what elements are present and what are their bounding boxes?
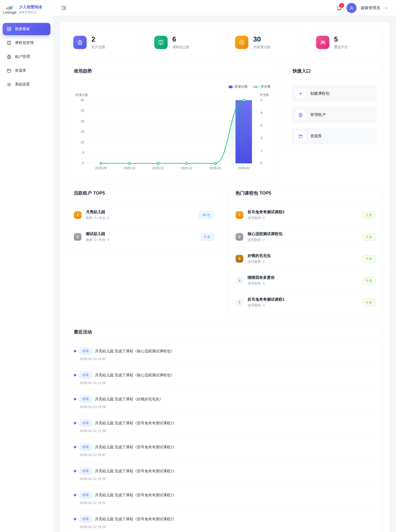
- legend-label: 学生数: [261, 84, 271, 89]
- activity-line: 授课月亮幼儿园 完成了课程《折耳兔奇奇测试课程1》: [74, 468, 375, 474]
- count-badge: 0 次: [363, 299, 375, 306]
- activity-dot: [74, 374, 76, 376]
- avatar[interactable]: [346, 3, 357, 13]
- activity-line: 授课月亮幼儿园 完成了课程《折耳兔奇奇测试课程2》: [74, 516, 375, 522]
- rank-badge: 3: [236, 255, 243, 263]
- chevron-down-icon[interactable]: [384, 6, 389, 10]
- activity-dot: [74, 422, 76, 424]
- activity-type-badge: 授课: [80, 420, 91, 426]
- content: 2租户总数6课程包总数30月授课次数5覆盖学生 使用趋势 授课次数学生数 051…: [53, 16, 396, 532]
- sidebar-item-building[interactable]: 租户管理: [3, 51, 50, 63]
- chart-legend: 授课次数学生数: [74, 84, 271, 90]
- main-area: 5 超级管理员 2租户总数6课程包总数30月授课次数5覆盖学生 使用趋势 授课次…: [53, 0, 396, 532]
- svg-text:2026-01: 2026-01: [209, 166, 221, 170]
- quick-entry-folder[interactable]: 资源库: [292, 128, 377, 144]
- sidebar-collapse-icon[interactable]: [61, 5, 67, 11]
- legend-bar-swatch: [229, 86, 233, 88]
- item-info: 折耳兔奇奇测试课程2使用教师: 0: [248, 209, 358, 220]
- usage-trend-card: 使用趋势 授课次数学生数 051015202530012345授课次数学生数20…: [66, 63, 278, 179]
- activity-item: 授课月亮幼儿园 完成了课程《好饿的毛毛虫》2026-02-23 20:06: [74, 390, 375, 414]
- rank-badge: 1: [74, 211, 82, 219]
- user-name[interactable]: 超级管理员: [361, 5, 380, 10]
- sidebar-item-gear[interactable]: 系统设置: [3, 78, 50, 91]
- quick-entry-building[interactable]: 管理租户: [292, 107, 377, 123]
- quick-entry-list: 创建课程包管理租户资源库: [285, 79, 383, 150]
- recent-activity-card: 最近活动 授课月亮幼儿园 完成了课程《核心流程测试课程包》2026-02-24 …: [66, 324, 383, 532]
- active-tenants-title: 活跃租户 TOP5: [66, 185, 221, 201]
- legend-item-line[interactable]: 学生数: [253, 84, 271, 89]
- person-icon: [349, 5, 354, 11]
- item-sub: 使用教师: 0: [248, 260, 358, 264]
- notification-bell[interactable]: 5: [336, 5, 342, 11]
- list-item: 1月亮幼儿园教师: 0 | 学生: 030 次: [74, 204, 214, 226]
- activity-time: 2026-02-24 11:06: [80, 381, 375, 385]
- sidebar-item-label: 租户管理: [15, 54, 30, 59]
- building-icon: [77, 39, 83, 46]
- logo-left: LeSingle: [3, 5, 17, 14]
- list-item: 1折耳兔奇奇测试课程2使用教师: 02 次: [236, 204, 375, 226]
- activity-line: 授课月亮幼儿园 完成了课程《核心流程测试课程包》: [74, 348, 375, 354]
- stat-card-people: 5覆盖学生: [309, 29, 383, 56]
- activity-type-badge: 授课: [80, 396, 91, 402]
- stat-icon-tile: [235, 36, 248, 49]
- rank-badge: 2: [74, 233, 82, 241]
- usage-trend-chart: 051015202530012345授课次数学生数2025-092025-102…: [74, 90, 271, 174]
- middle-row: 使用趋势 授课次数学生数 051015202530012345授课次数学生数20…: [66, 63, 383, 179]
- svg-text:5: 5: [82, 151, 84, 155]
- sidebar-item-book[interactable]: 课程包管理: [3, 37, 50, 49]
- item-info: 月亮幼儿园教师: 0 | 学生: 0: [86, 209, 195, 220]
- dashboard-icon: [6, 26, 12, 32]
- sidebar-nav: 数据看板课程包管理租户管理资源库系统设置: [0, 19, 53, 94]
- stats-row: 2租户总数6课程包总数30月授课次数5覆盖学生: [66, 29, 383, 56]
- quick-entry-plus[interactable]: 创建课程包: [292, 85, 377, 102]
- dashboard-wrapper: 2租户总数6课程包总数30月授课次数5覆盖学生 使用趋势 授课次数学生数 051…: [60, 22, 390, 532]
- stat-card-book: 6课程包总数: [147, 29, 222, 56]
- logo-titles: 少儿智慧阅读 服务管理后台: [19, 5, 42, 14]
- sidebar-item-folder[interactable]: 资源库: [3, 65, 50, 77]
- activity-time: 2026-02-23 20:06: [80, 405, 375, 409]
- activity-item: 授课月亮幼儿园 完成了课程《折耳兔奇奇测试课程1》2026-02-22 20:2…: [74, 462, 375, 486]
- legend-item-bar[interactable]: 授课次数: [229, 84, 248, 89]
- hot-packages-list: 1折耳兔奇奇测试课程2使用教师: 02 次2核心流程测试课程包使用教师: 02 …: [228, 201, 383, 317]
- item-info: 测试幼儿园教师: 0 | 学生: 0: [86, 231, 197, 242]
- item-sub: 使用教师: 0: [248, 281, 358, 286]
- stat-label: 课程包总数: [172, 45, 190, 50]
- item-info: 折耳兔奇奇测试课程1使用教师: 0: [248, 297, 358, 308]
- usage-trend-title: 使用趋势: [66, 63, 278, 79]
- item-info: 好饿的毛毛虫使用教师: 0: [248, 253, 358, 264]
- activity-type-badge: 授课: [80, 348, 91, 354]
- stat-value: 6: [172, 35, 190, 43]
- folder-icon: [6, 68, 12, 73]
- sidebar-item-dashboard[interactable]: 数据看板: [3, 23, 50, 35]
- count-badge: 2 次: [363, 233, 375, 241]
- count-badge: 0 次: [363, 255, 375, 263]
- item-sub: 教师: 0 | 学生: 0: [86, 216, 195, 220]
- stat-icon-tile: [316, 36, 329, 49]
- play-icon: [239, 39, 245, 46]
- rank-badge: 5: [236, 299, 243, 306]
- activity-type-badge: 授课: [80, 468, 91, 474]
- count-badge: 0 次: [363, 277, 375, 284]
- book-icon: [158, 39, 164, 46]
- stat-label: 月授课次数: [253, 45, 270, 50]
- svg-text:25: 25: [81, 109, 84, 112]
- activity-type-badge: 授课: [80, 492, 91, 498]
- folder-icon: [298, 134, 303, 139]
- activity-line: 授课月亮幼儿园 完成了课程《折耳兔奇奇测试课程1》: [74, 420, 375, 426]
- stat-texts: 30月授课次数: [253, 35, 270, 50]
- activity-dot: [74, 350, 76, 352]
- svg-text:2025-11: 2025-11: [152, 166, 164, 170]
- quick-entry-icon-tile: [295, 131, 306, 142]
- svg-text:30: 30: [81, 98, 84, 102]
- activity-item: 授课月亮幼儿园 完成了课程《折耳兔奇奇测试课程1》2026-02-22 21:3…: [74, 414, 375, 438]
- quick-entry-icon-tile: [295, 110, 306, 120]
- svg-text:15: 15: [81, 130, 84, 134]
- active-tenants-card: 活跃租户 TOP5 1月亮幼儿园教师: 0 | 学生: 030 次2测试幼儿园教…: [66, 185, 221, 252]
- topbar: 5 超级管理员: [53, 0, 396, 16]
- svg-text:10: 10: [81, 140, 84, 144]
- activity-text: 月亮幼儿园 完成了课程《核心流程测试课程包》: [95, 373, 174, 378]
- item-sub: 使用教师: 0: [248, 238, 358, 242]
- stat-value: 30: [253, 35, 270, 43]
- activity-dot: [74, 494, 76, 496]
- item-name: 折耳兔奇奇测试课程2: [248, 209, 358, 215]
